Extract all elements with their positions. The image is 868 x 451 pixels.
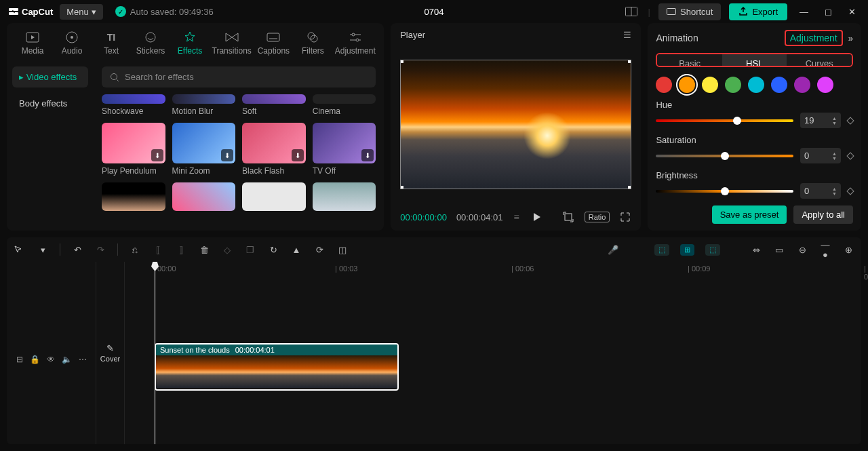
- color-blue[interactable]: [771, 77, 787, 93]
- segment-curves[interactable]: Curves: [787, 54, 852, 66]
- library-nav-tabs: Media Audio TIText Stickers Effects Tran…: [7, 23, 384, 58]
- copy-icon[interactable]: ❐: [244, 245, 256, 255]
- align-icon[interactable]: ⇔: [750, 245, 762, 255]
- layout-icon[interactable]: [623, 4, 640, 19]
- keyframe-icon[interactable]: [846, 117, 854, 124]
- delete-icon[interactable]: 🗑: [198, 245, 210, 255]
- effect-play-pendulum[interactable]: ⬇Play Pendulum: [102, 123, 165, 176]
- search-placeholder: Search for effects: [125, 72, 194, 82]
- segment-basic[interactable]: Basic: [657, 54, 722, 66]
- chevron-down-icon[interactable]: ▾: [37, 245, 49, 255]
- lock-icon[interactable]: 🔒: [30, 355, 40, 364]
- timeline-ruler[interactable]: 00:00| 00:03| 00:06| 00:09| 00:1: [125, 262, 861, 278]
- tab-filters[interactable]: Filters: [295, 27, 330, 58]
- redo-icon[interactable]: ↷: [94, 245, 106, 255]
- timeline-tracks[interactable]: 00:00| 00:03| 00:06| 00:09| 00:1 Sunset …: [125, 262, 861, 444]
- menu-button[interactable]: Menu ▾: [60, 4, 103, 20]
- trim-right-icon[interactable]: ⟧: [175, 245, 187, 255]
- keyframe-icon[interactable]: [846, 152, 854, 159]
- saturation-slider[interactable]: [656, 155, 793, 157]
- effect-extra-1[interactable]: [102, 182, 165, 214]
- apply-all-button[interactable]: Apply to all: [793, 205, 853, 224]
- more-icon[interactable]: ⋯: [79, 355, 87, 364]
- effects-search[interactable]: Search for effects: [102, 66, 376, 87]
- playhead-time: 00:00:00:00: [400, 212, 447, 222]
- subtab-video-effects[interactable]: ▸ Video effects: [12, 66, 88, 87]
- zoom-slider-icon[interactable]: —●: [819, 239, 831, 260]
- effect-motion-blur[interactable]: Motion Blur: [172, 94, 236, 116]
- close-button[interactable]: ✕: [844, 4, 860, 20]
- tab-text[interactable]: TIText: [94, 27, 129, 58]
- shortcut-button[interactable]: Shortcut: [658, 3, 721, 20]
- transitions-icon: [224, 30, 239, 45]
- color-cyan[interactable]: [748, 77, 764, 93]
- color-magenta[interactable]: [817, 77, 833, 93]
- effect-cinema[interactable]: Cinema: [313, 94, 376, 116]
- minimize-button[interactable]: —: [795, 4, 812, 20]
- tab-media[interactable]: Media: [15, 27, 50, 58]
- tab-adjustment[interactable]: Adjustment: [334, 27, 376, 58]
- save-preset-button[interactable]: Save as preset: [712, 205, 787, 224]
- svg-point-15: [352, 33, 355, 36]
- color-yellow[interactable]: [702, 77, 718, 93]
- inspector-tab-adjustment[interactable]: Adjustment: [785, 30, 843, 46]
- undo-icon[interactable]: ↶: [71, 245, 83, 255]
- crop-icon[interactable]: ◫: [336, 245, 349, 255]
- tab-stickers[interactable]: Stickers: [133, 27, 168, 58]
- magnet-end-icon[interactable]: ⬚: [705, 244, 720, 256]
- hue-value-input[interactable]: 19▲▼: [800, 113, 841, 128]
- fullscreen-icon[interactable]: [619, 211, 631, 223]
- export-button[interactable]: Export: [729, 3, 787, 20]
- maximize-button[interactable]: ◻: [821, 4, 836, 20]
- select-tool-icon[interactable]: [14, 245, 26, 254]
- inspector-tab-animation[interactable]: Animation: [656, 33, 698, 43]
- effect-extra-2[interactable]: [172, 182, 236, 214]
- eye-icon[interactable]: 👁: [47, 355, 55, 364]
- hue-slider[interactable]: [656, 119, 793, 122]
- effect-soft[interactable]: Soft: [242, 94, 306, 116]
- segment-hsl[interactable]: HSL: [722, 54, 787, 66]
- video-clip[interactable]: Sunset on the clouds 00:00:04:01: [155, 343, 399, 391]
- color-orange[interactable]: [679, 77, 695, 93]
- tab-effects[interactable]: Effects: [172, 27, 208, 58]
- brightness-value-input[interactable]: 0▲▼: [800, 183, 841, 199]
- scale-icon[interactable]: [561, 210, 575, 224]
- marker-icon[interactable]: ◇: [221, 245, 233, 255]
- mic-icon[interactable]: 🎤: [607, 245, 619, 255]
- cover-button[interactable]: ✎ Cover: [98, 339, 123, 367]
- player-viewport[interactable]: [400, 60, 631, 190]
- effect-mini-zoom[interactable]: ⬇Mini Zoom: [172, 123, 236, 176]
- effect-shockwave[interactable]: Shockwave: [102, 94, 165, 116]
- magnet-main-icon[interactable]: ⊞: [680, 244, 694, 256]
- brightness-slider[interactable]: [656, 190, 793, 193]
- rotate-icon[interactable]: ⟳: [313, 245, 326, 255]
- subtab-body-effects[interactable]: Body effects: [12, 93, 88, 114]
- tab-transitions[interactable]: Transitions: [212, 27, 252, 58]
- zoom-in-icon[interactable]: ⊕: [842, 245, 854, 255]
- list-icon[interactable]: ≡: [513, 210, 521, 224]
- play-button[interactable]: [530, 211, 542, 223]
- effect-extra-3[interactable]: [242, 182, 306, 214]
- effect-tv-off[interactable]: ⬇TV Off: [313, 123, 376, 176]
- split-icon[interactable]: ⎌: [129, 245, 141, 255]
- trim-left-icon[interactable]: ⟦: [152, 245, 164, 255]
- mirror-icon[interactable]: ▲: [290, 245, 302, 255]
- saturation-value-input[interactable]: 0▲▼: [800, 148, 841, 163]
- color-purple[interactable]: [794, 77, 810, 93]
- mute-icon[interactable]: 🔈: [62, 355, 72, 364]
- preview-icon[interactable]: ▭: [773, 245, 785, 255]
- magnet-start-icon[interactable]: ⬚: [654, 244, 669, 256]
- collapse-icon[interactable]: »: [848, 33, 853, 43]
- effect-black-flash[interactable]: ⬇Black Flash: [242, 123, 306, 176]
- effect-extra-4[interactable]: [313, 182, 376, 214]
- color-green[interactable]: [725, 77, 741, 93]
- reverse-icon[interactable]: ↻: [267, 245, 279, 255]
- keyframe-icon[interactable]: [846, 187, 854, 195]
- zoom-out-icon[interactable]: ⊖: [796, 245, 808, 255]
- player-menu-icon[interactable]: ☰: [623, 30, 631, 40]
- color-red[interactable]: [656, 77, 672, 93]
- ratio-button[interactable]: Ratio: [585, 212, 610, 222]
- tab-audio[interactable]: Audio: [54, 27, 90, 58]
- collapse-track-icon[interactable]: ⊟: [16, 355, 23, 364]
- tab-captions[interactable]: Captions: [256, 27, 291, 58]
